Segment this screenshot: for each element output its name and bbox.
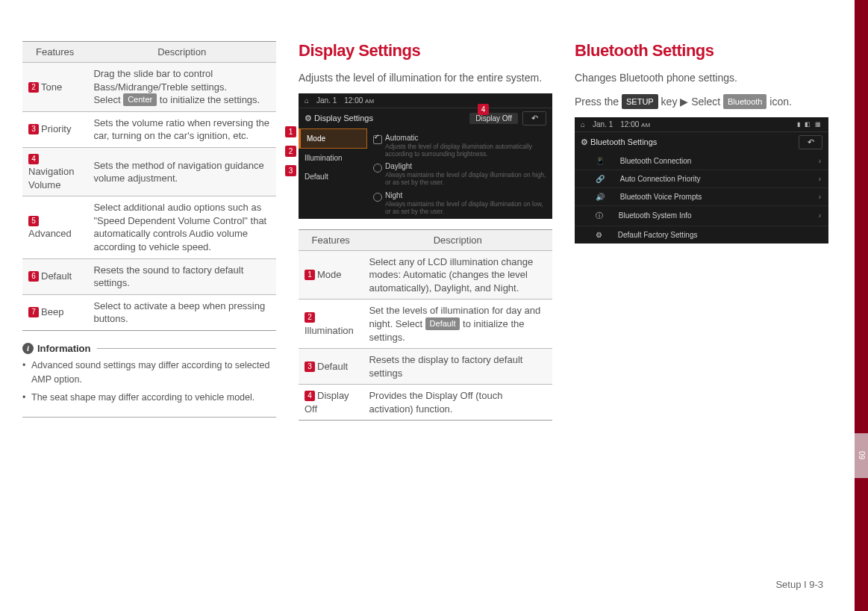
col1-header-features: Features: [22, 42, 87, 63]
gear-icon: ⚙: [581, 137, 588, 146]
cell-priority-desc: Sets the volume ratio when reversing the…: [87, 111, 276, 147]
chevron-right-icon: ›: [819, 193, 821, 201]
cell-illumination-desc: Set the levels of illumination for day a…: [363, 300, 552, 349]
label-priority: Priority: [41, 123, 71, 134]
tone-desc-c: to initialize the settings.: [157, 94, 260, 105]
sound-features-table: Features Description 2Tone Drag the slid…: [22, 41, 276, 331]
chevron-right-icon: ›: [819, 157, 821, 165]
cell-nav-volume-feature: 4Navigation Volume: [22, 147, 87, 196]
dbadge-4: 4: [305, 391, 315, 401]
bt-item-voice[interactable]: 🔊 Bluetooth Voice Prompts›: [575, 188, 828, 206]
bt-list: 📱 Bluetooth Connection› 🔗 Auto Connectio…: [575, 152, 828, 244]
display-features-table: Features Description 1Mode Select any of…: [299, 229, 552, 421]
display-settings-lead: Adjusts the level of illumination for th…: [299, 69, 552, 87]
display-off-button[interactable]: Display Off: [469, 113, 518, 124]
cell-displayoff-feature: 4Display Off: [299, 385, 363, 421]
opt-night[interactable]: Night Always maintains the level of disp…: [367, 189, 552, 217]
gear-icon: ⚙: [305, 114, 312, 122]
cell-default-desc: Resets the sound to factory default sett…: [87, 258, 276, 294]
bt-item-sysinfo[interactable]: ⓘ Bluetooth System Info›: [575, 206, 828, 226]
column-1: Features Description 2Tone Drag the slid…: [22, 41, 276, 421]
info-rule: [97, 348, 277, 349]
bt-shot-ampm: AM: [641, 122, 650, 128]
badge-7: 7: [28, 307, 39, 317]
badge-5: 5: [28, 216, 39, 226]
display-settings-heading: Display Settings: [299, 41, 552, 61]
cell-mode-desc: Select any of LCD illumination change mo…: [363, 250, 552, 300]
bt-item-factory[interactable]: ⚙ Default Factory Settings: [575, 226, 828, 244]
label-mode: Mode: [317, 269, 342, 280]
column-2: Display Settings Adjusts the level of il…: [299, 41, 552, 421]
shot-main: Automatic Adjusts the level of display i…: [367, 128, 552, 220]
info-item-2: The seat shape may differ according to v…: [22, 391, 276, 405]
bt-lead-c: key ▶ Select: [658, 96, 723, 108]
back-button[interactable]: ↶: [799, 135, 822, 149]
bt-shot-time: 12:00: [620, 120, 639, 128]
cell-tone-feature: 2Tone: [22, 63, 87, 112]
side-item-default[interactable]: Default: [299, 167, 367, 186]
callout-2: 2: [285, 146, 296, 157]
default-button-label: Default: [425, 317, 460, 330]
home-icon: ⌂: [305, 96, 309, 105]
label-default: Default: [41, 270, 72, 282]
cell-tone-desc: Drag the slide bar to control Bass/Midra…: [87, 63, 276, 112]
bt-shot-title-row: ⚙ Bluetooth Settings ↶: [575, 132, 828, 152]
bluetooth-settings-screenshot: ⌂ Jan. 1 12:00 AM ▮ ◧ ▦ ⚙ Bluetooth Sett…: [575, 117, 828, 244]
shot-ampm: AM: [365, 98, 374, 105]
bluetooth-lead-2: Press the SETUP key ▶ Select Bluetooth i…: [575, 93, 828, 111]
shot-title-row: ⚙ Display Settings Display Off ↶: [299, 108, 552, 128]
side-item-illumination[interactable]: Illumination: [299, 149, 367, 167]
tone-desc-b: Select: [93, 94, 123, 105]
label-nav-volume: Navigation Volume: [28, 166, 74, 190]
bluetooth-icon-label: Bluetooth: [723, 94, 766, 110]
bt-shot-status-bar: ⌂ Jan. 1 12:00 AM ▮ ◧ ▦: [575, 117, 828, 132]
opt-daylight[interactable]: Daylight Always maintains the level of d…: [367, 160, 552, 188]
callout-4: 4: [478, 104, 489, 115]
info-icon: i: [22, 343, 34, 354]
label-ddefault: Default: [317, 361, 348, 372]
label-tone: Tone: [41, 81, 62, 93]
cell-mode-feature: 1Mode: [299, 250, 363, 300]
badge-2: 2: [28, 82, 39, 93]
status-icons: ▮ ◧ ▦: [797, 121, 822, 128]
opt-daylight-sub: Always maintains the level of display il…: [385, 171, 546, 186]
opt-automatic[interactable]: Automatic Adjusts the level of display i…: [367, 131, 552, 160]
tone-desc-a: Drag the slide bar to control Bass/Midra…: [93, 68, 227, 93]
shot-title: Display Settings: [314, 114, 373, 122]
callout-1: 1: [285, 126, 296, 137]
cell-ddefault-feature: 3Default: [299, 349, 363, 385]
cell-ddefault-desc: Resets the display to factory default se…: [363, 349, 552, 385]
side-item-mode[interactable]: Mode: [299, 128, 367, 149]
dbadge-1: 1: [305, 270, 315, 280]
cell-nav-volume-desc: Sets the method of navigation guidance v…: [87, 147, 276, 196]
bluetooth-settings-heading: Bluetooth Settings: [575, 41, 828, 61]
badge-6: 6: [28, 271, 39, 282]
shot-sidebar: Mode Illumination Default: [299, 128, 367, 220]
callout-3: 3: [285, 165, 296, 176]
bt-item-priority-label: Auto Connection Priority: [607, 175, 701, 183]
bt-item-priority[interactable]: 🔗 Auto Connection Priority›: [575, 170, 828, 188]
cell-priority-feature: 3Priority: [22, 111, 87, 147]
bluetooth-lead-1: Changes Bluetooth phone settings.: [575, 69, 828, 87]
bt-lead-d: icon.: [766, 96, 791, 108]
cell-default-feature: 6Default: [22, 258, 87, 294]
bt-item-sysinfo-label: Bluetooth System Info: [605, 211, 692, 220]
dbadge-3: 3: [305, 362, 315, 372]
column-3: Bluetooth Settings Changes Bluetooth pho…: [575, 41, 828, 421]
information-list: Advanced sound settings may differ accor…: [22, 359, 276, 418]
display-settings-screenshot: ⌂ Jan. 1 12:00 AM ⚙ Display Settings Dis…: [299, 93, 552, 219]
bt-item-connection[interactable]: 📱 Bluetooth Connection›: [575, 152, 828, 170]
opt-daylight-label: Daylight: [385, 162, 412, 170]
col2-header-features: Features: [299, 229, 363, 250]
opt-night-label: Night: [385, 191, 402, 199]
bt-item-voice-label: Bluetooth Voice Prompts: [607, 193, 702, 201]
col2-header-description: Description: [363, 229, 552, 250]
dbadge-2: 2: [305, 312, 315, 323]
back-button[interactable]: ↶: [522, 111, 546, 125]
page-footer: Setup I 9-3: [775, 579, 823, 590]
cell-advanced-desc: Select additional audio options such as …: [87, 196, 276, 258]
bt-item-factory-label: Default Factory Settings: [605, 231, 698, 239]
chapter-tab-number: 09: [855, 433, 868, 478]
page-columns: Features Description 2Tone Drag the slid…: [22, 41, 846, 421]
badge-4: 4: [28, 154, 39, 164]
